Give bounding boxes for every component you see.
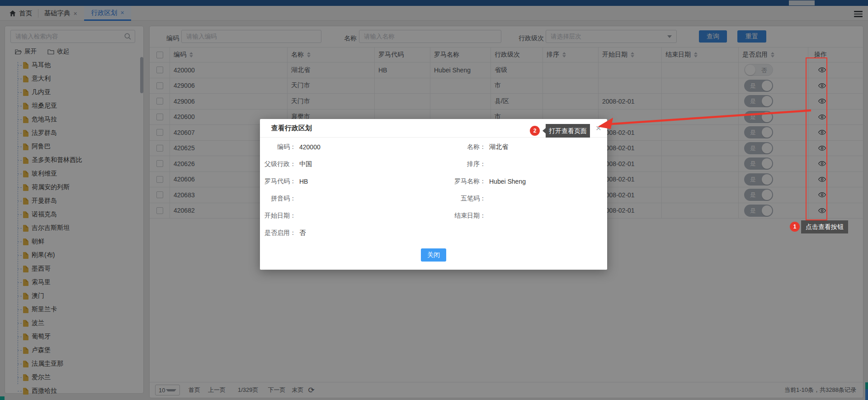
field-label: 结束日期： <box>434 212 486 220</box>
field-label: 罗马名称： <box>434 177 486 186</box>
annotation-step-number: 2 <box>530 126 540 136</box>
field-label: 五笔码： <box>434 195 486 203</box>
field-label: 是否启用： <box>260 229 296 237</box>
annotation-step-number: 1 <box>790 222 800 232</box>
annotation-tooltip: 打开查看页面 <box>546 124 590 138</box>
field-value: 420000 <box>299 143 321 151</box>
field-label: 父级行政： <box>260 160 296 168</box>
field-label: 罗马代码： <box>260 177 296 186</box>
field-value: 中国 <box>299 160 312 168</box>
field-label: 名称： <box>434 143 486 151</box>
view-record-modal: 查看行政区划 × 编码：420000 名称：湖北省 父级行政：中国 排序： 罗马… <box>260 119 607 270</box>
field-value: HB <box>299 178 308 185</box>
annotation-highlight-box <box>806 57 827 220</box>
field-value: 湖北省 <box>489 143 508 151</box>
app-root: 首页 基础字典 × 行政区划 × 展开 收起 <box>0 0 868 400</box>
modal-close-button[interactable]: 关闭 <box>421 248 446 262</box>
field-label: 开始日期： <box>260 212 296 220</box>
field-value: 否 <box>299 229 306 237</box>
annotation-tooltip: 点击查看按钮 <box>801 220 848 233</box>
field-label: 排序： <box>434 160 486 168</box>
field-label: 拼音码： <box>260 195 296 203</box>
field-label: 编码： <box>260 143 296 151</box>
field-value: Hubei Sheng <box>489 178 526 185</box>
annotation-arrow <box>595 104 816 131</box>
